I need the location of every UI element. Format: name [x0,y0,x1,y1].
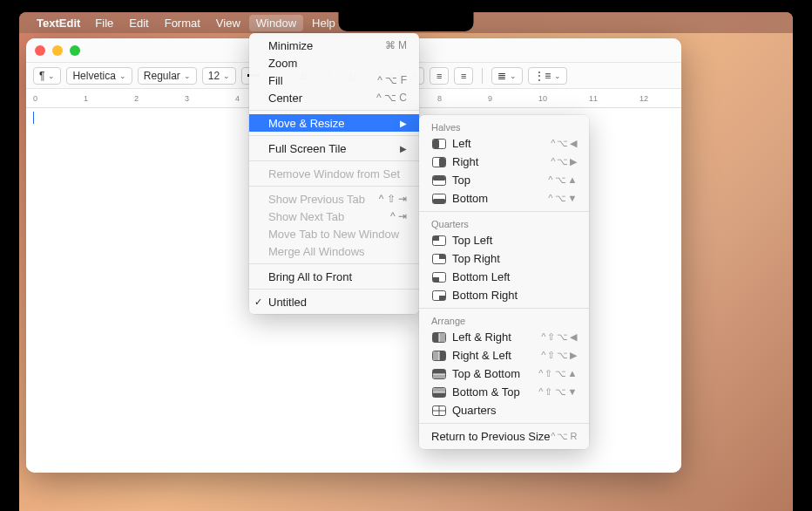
menu-item-show-next-tab: Show Next Tab^ ⇥ [249,208,419,225]
menu-item-move-resize[interactable]: Move & Resize▶ [249,114,419,132]
fullscreen-button[interactable] [70,45,80,56]
app-name[interactable]: TextEdit [37,17,80,30]
menu-item-zoom[interactable]: Zoom [249,54,419,72]
svg-rect-27 [433,392,445,397]
menu-edit[interactable]: Edit [122,15,155,31]
shortcut: ^ ⇧ ⌥ ◀ [541,331,577,343]
font-family-select[interactable]: Helvetica⌄ [66,67,132,85]
svg-rect-15 [439,296,445,300]
tile-left-icon [431,138,447,150]
submenu-item-bottom-top[interactable]: Bottom & Top^ ⇧ ⌥ ▼ [419,383,589,401]
menu-item-fill[interactable]: Fill^ ⌥ F [249,72,419,89]
tile-tl-icon [431,235,447,247]
submenu-item-label: Right & Left [452,349,511,362]
shortcut: ^ ⌥ ▶ [551,156,577,167]
submenu-item-label: Bottom [452,192,488,205]
svg-rect-18 [440,333,446,342]
tile-quarters-icon [431,405,447,417]
menu-item-untitled[interactable]: ✓Untitled [249,293,419,310]
align-justify-button[interactable]: ≡ [454,67,473,85]
submenu-item-label: Bottom & Top [452,385,520,399]
submenu-item-right-left[interactable]: Right & Left^ ⇧ ⌥ ▶ [419,346,589,365]
font-style-select[interactable]: Regular⌄ [138,67,197,85]
svg-rect-9 [433,236,439,241]
submenu-item-left[interactable]: Left^ ⌥ ◀ [419,134,589,153]
submenu-item-return-to-previous[interactable]: Return to Previous Size ^ ⌥ R [419,427,589,446]
svg-rect-1 [433,140,439,148]
submenu-item-label: Top Left [452,234,492,247]
submenu-item-label: Top & Bottom [452,367,520,380]
tile-bl-icon [431,271,447,283]
text-cursor [33,112,34,124]
svg-rect-7 [433,199,445,203]
menu-file[interactable]: File [88,15,120,31]
shortcut: ^ ⌥ ◀ [551,138,577,149]
submenu-header-halves: Halves [419,119,589,134]
shortcut: ^ ⇧ ⌥ ▶ [541,350,577,361]
shortcut: ^ ⌥ ▲ [548,174,577,186]
tile-bottom-icon [431,193,447,205]
svg-rect-5 [433,176,445,181]
laptop-notch [339,12,474,31]
submenu-header-quarters: Quarters [419,215,589,231]
menu-item-bring-to-front[interactable]: Bring All to Front [249,268,419,285]
submenu-header-arrange: Arrange [419,312,589,328]
spacing-select[interactable]: ≣⌄ [491,67,523,85]
submenu-item-label: Bottom Right [452,289,518,302]
submenu-item-quarters[interactable]: Quarters [419,401,589,419]
submenu-item-top-right[interactable]: Top Right [419,249,589,268]
move-resize-submenu: Halves Left^ ⌥ ◀Right^ ⌥ ▶Top^ ⌥ ▲Bottom… [419,115,589,449]
list-select[interactable]: ⋮≡⌄ [528,67,567,85]
tile-rl-icon [431,350,447,362]
menu-format[interactable]: Format [158,15,207,31]
tile-tr-icon [431,253,447,265]
paragraph-style-select[interactable]: ¶⌄ [33,67,61,85]
tile-top-icon [431,174,447,187]
menu-view[interactable]: View [209,15,247,31]
submenu-item-top-left[interactable]: Top Left [419,231,589,249]
menu-item-remove-from-set: Remove Window from Set [249,165,419,182]
menu-item-show-prev-tab: Show Previous Tab^ ⇧ ⇥ [249,190,419,208]
submenu-item-right[interactable]: Right^ ⌥ ▶ [419,153,589,171]
tile-br-icon [431,290,447,302]
font-size-select[interactable]: 12⌄ [202,67,236,85]
shortcut: ^ ⇧ ⌥ ▲ [538,368,577,379]
svg-rect-23 [433,370,445,374]
submenu-item-bottom-left[interactable]: Bottom Left [419,268,589,286]
shortcut: ^ ⌥ ▼ [548,193,577,204]
close-button[interactable] [35,45,45,56]
tile-tb-icon [431,368,447,380]
menu-help[interactable]: Help [305,15,342,31]
window-dropdown-menu: Minimize⌘ M Zoom Fill^ ⌥ F Center^ ⌥ C M… [249,33,419,314]
svg-rect-24 [433,374,445,378]
submenu-item-label: Left [452,137,471,150]
submenu-item-top[interactable]: Top^ ⌥ ▲ [419,171,589,189]
menu-window[interactable]: Window [249,15,303,31]
svg-rect-13 [433,277,439,282]
align-right-button[interactable]: ≡ [430,67,449,85]
submenu-item-top-bottom[interactable]: Top & Bottom^ ⇧ ⌥ ▲ [419,365,589,383]
submenu-item-label: Top Right [452,252,500,265]
menu-item-move-tab: Move Tab to New Window [249,225,419,242]
shortcut: ^ ⇧ ⌥ ▼ [538,386,577,398]
tile-right-icon [431,156,447,168]
svg-rect-26 [433,388,445,392]
submenu-item-bottom[interactable]: Bottom^ ⌥ ▼ [419,189,589,208]
menu-item-full-screen-tile[interactable]: Full Screen Tile▶ [249,140,419,157]
svg-rect-17 [433,333,439,342]
tile-lr-icon [431,331,447,344]
submenu-item-label: Bottom Left [452,270,510,283]
submenu-item-bottom-right[interactable]: Bottom Right [419,286,589,304]
submenu-item-label: Top [452,174,470,187]
svg-rect-21 [440,351,446,360]
svg-rect-20 [433,351,439,360]
submenu-item-label: Right [452,155,478,168]
submenu-item-label: Quarters [452,404,497,417]
svg-rect-3 [439,158,445,167]
submenu-item-left-right[interactable]: Left & Right^ ⇧ ⌥ ◀ [419,328,589,346]
tile-bt-icon [431,386,447,399]
menu-item-minimize[interactable]: Minimize⌘ M [249,37,419,54]
svg-rect-11 [439,255,445,259]
menu-item-center[interactable]: Center^ ⌥ C [249,89,419,106]
minimize-button[interactable] [52,45,63,56]
